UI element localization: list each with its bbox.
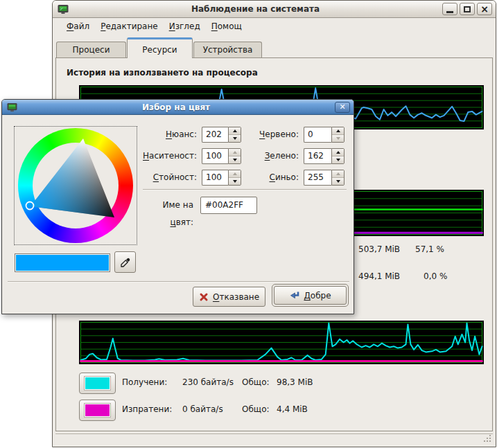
up-arrow-icon xyxy=(336,172,340,175)
green-spinbox[interactable]: 162 xyxy=(304,148,345,164)
ok-button[interactable]: Добре xyxy=(274,286,347,305)
received-total-label: Общо: xyxy=(242,377,270,387)
window-controls: × xyxy=(442,3,492,15)
dialog-close-button[interactable]: ✕ xyxy=(335,102,350,113)
dialog-icon xyxy=(7,102,17,112)
close-button[interactable]: × xyxy=(477,3,492,15)
cancel-label: Отказване xyxy=(213,292,259,302)
up-arrow-icon xyxy=(233,129,237,132)
up-arrow-icon xyxy=(336,151,340,154)
down-arrow-icon xyxy=(233,159,237,161)
titlebar[interactable]: Наблюдение на системата × xyxy=(53,1,496,18)
down-arrow-icon xyxy=(336,180,340,183)
dialog-close-icon: ✕ xyxy=(339,102,345,111)
sent-label: Изпратени: xyxy=(122,404,172,414)
up-arrow-icon xyxy=(336,129,340,132)
green-increment-button[interactable] xyxy=(332,149,344,156)
value-spinbox[interactable]: 100 xyxy=(202,170,241,186)
hue-value[interactable]: 202 xyxy=(202,127,228,143)
blue-increment-button[interactable] xyxy=(332,170,344,178)
down-arrow-icon xyxy=(336,159,340,161)
menubar: Файл Редактиране Изглед Помощ xyxy=(53,18,496,35)
blue-label: Синьо: xyxy=(238,170,299,186)
desktop: Наблюдение на системата × Файл Редактира… xyxy=(0,0,497,448)
menu-edit[interactable]: Редактиране xyxy=(95,20,164,33)
cancel-icon xyxy=(199,292,209,302)
minimize-icon xyxy=(446,11,453,13)
sent-rate: 0 байта/s xyxy=(182,404,223,414)
blue-spinbox[interactable]: 255 xyxy=(304,170,345,186)
close-icon: × xyxy=(480,4,489,14)
maximize-button[interactable] xyxy=(460,3,475,15)
tab-resources[interactable]: Ресурси xyxy=(127,37,193,58)
sent-color-button[interactable] xyxy=(79,400,116,421)
ok-label: Добре xyxy=(304,291,331,301)
swap-used-percent: 0,0 % xyxy=(424,271,447,281)
green-label: Зелено: xyxy=(238,148,299,164)
red-value[interactable]: 0 xyxy=(304,127,331,143)
green-decrement-button[interactable] xyxy=(332,156,344,163)
resize-grip[interactable] xyxy=(483,433,491,444)
red-increment-button[interactable] xyxy=(332,127,344,135)
memory-used-percent: 57,1 % xyxy=(415,244,444,254)
sent-total: 4,4 MiB xyxy=(277,404,308,414)
field-separator xyxy=(143,189,347,190)
color-wheel-frame xyxy=(14,126,137,245)
tab-devices[interactable]: Устройства xyxy=(193,42,262,57)
color-picker-dialog: Избор на цвят ✕ xyxy=(1,99,354,314)
window-title: Наблюдение на системата xyxy=(69,4,442,14)
blue-value[interactable]: 255 xyxy=(304,170,331,186)
up-arrow-icon xyxy=(233,151,237,154)
ok-icon xyxy=(289,291,299,300)
saturation-label: Наситеност: xyxy=(125,148,197,164)
sent-total-label: Общо: xyxy=(242,404,270,414)
received-rate: 230 байта/s xyxy=(182,377,234,387)
red-label: Червено: xyxy=(238,127,299,143)
received-color-swatch xyxy=(85,377,110,390)
up-arrow-icon xyxy=(233,172,237,175)
received-color-button[interactable] xyxy=(79,373,116,394)
color-name-input[interactable]: #00A2FF xyxy=(200,197,257,214)
received-total: 98,3 MiB xyxy=(277,377,313,387)
red-spinbox[interactable]: 0 xyxy=(304,127,345,143)
swap-used-value: 494,1 MiB xyxy=(358,271,400,281)
red-spin-buttons xyxy=(331,127,345,143)
system-monitor-icon xyxy=(58,4,69,15)
tab-processes[interactable]: Процеси xyxy=(56,42,126,57)
statusbar xyxy=(55,433,493,445)
menu-view[interactable]: Изглед xyxy=(164,20,206,33)
hue-label: Нюанс: xyxy=(125,127,197,143)
cpu-section-title: История на използването на процесора xyxy=(67,68,258,78)
color-name-label: Име на цвят: xyxy=(137,197,193,213)
saturation-value-triangle[interactable] xyxy=(15,127,138,246)
network-history-chart xyxy=(79,321,484,364)
dialog-titlebar[interactable]: Избор на цвят ✕ xyxy=(2,100,354,115)
down-arrow-icon xyxy=(336,137,340,140)
eyedropper-icon xyxy=(120,257,131,268)
blue-spin-buttons xyxy=(331,170,345,186)
down-arrow-icon xyxy=(233,137,237,140)
down-arrow-icon xyxy=(233,180,237,183)
hue-spinbox[interactable]: 202 xyxy=(202,127,241,143)
eyedropper-button[interactable] xyxy=(114,251,136,273)
value-value[interactable]: 100 xyxy=(202,170,228,186)
action-separator xyxy=(8,281,349,283)
ok-button-ring: Добре xyxy=(272,284,349,307)
minimize-button[interactable] xyxy=(442,3,457,15)
sent-color-swatch xyxy=(85,404,110,417)
green-value[interactable]: 162 xyxy=(304,148,331,164)
green-spin-buttons xyxy=(331,148,345,164)
menu-help[interactable]: Помощ xyxy=(206,20,247,33)
saturation-spinbox[interactable]: 100 xyxy=(202,148,241,164)
menu-file[interactable]: Файл xyxy=(61,20,95,33)
red-decrement-button[interactable] xyxy=(332,135,344,142)
blue-decrement-button[interactable] xyxy=(332,178,344,185)
saturation-value[interactable]: 100 xyxy=(202,148,228,164)
dialog-title: Избор на цвят xyxy=(17,102,335,112)
value-label: Стойност: xyxy=(125,170,197,186)
cancel-button[interactable]: Отказване xyxy=(193,287,265,307)
received-label: Получени: xyxy=(122,377,167,387)
memory-used-value: 503,7 MiB xyxy=(358,244,400,254)
maximize-icon xyxy=(464,6,471,12)
color-preview xyxy=(15,253,110,272)
